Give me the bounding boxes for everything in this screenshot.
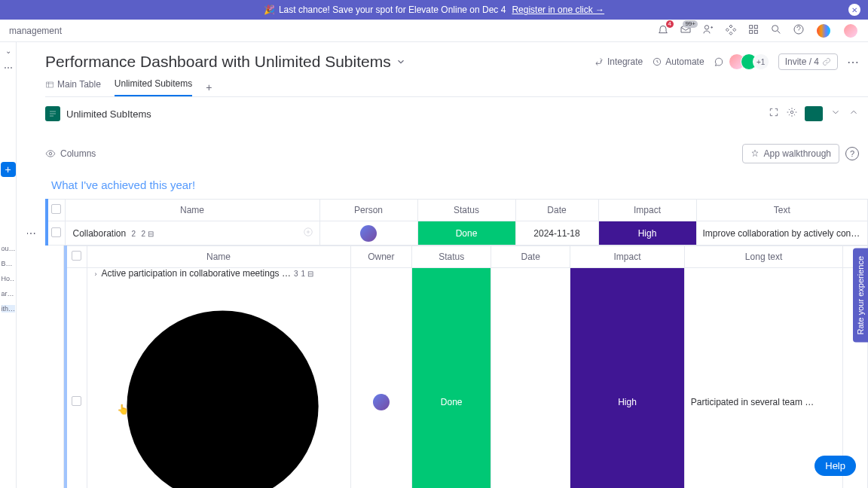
rail-item[interactable]: ar… <box>2 290 15 297</box>
tab-unlimited-subitems[interactable]: Unlimited Subitems <box>115 78 192 96</box>
impact-cell[interactable]: High <box>570 268 685 489</box>
left-rail: ⌄ ⋯ + ou… B… Ho… ar… ith… <box>0 42 17 488</box>
checkbox[interactable] <box>72 396 81 406</box>
owner-cell[interactable] <box>350 268 412 489</box>
table-row[interactable]: Collaboration 2 2 ⊟ Done 2024-11-18 High… <box>47 221 868 246</box>
item-name[interactable]: Collaboration <box>73 228 127 239</box>
svg-rect-4 <box>754 30 757 33</box>
automate-button[interactable]: Automate <box>652 56 704 67</box>
col-person[interactable]: Person <box>319 200 417 221</box>
col-name[interactable]: Name <box>65 200 319 221</box>
walkthrough-label: App walkthrough <box>764 148 831 159</box>
invite-button[interactable]: Invite / 4 <box>778 53 838 70</box>
inbox-icon[interactable]: 99+ <box>680 23 692 38</box>
fullscreen-icon[interactable] <box>769 107 779 120</box>
person-cell[interactable] <box>319 221 417 246</box>
inbox-badge: 99+ <box>683 20 698 28</box>
integrate-button[interactable]: Integrate <box>594 56 643 67</box>
tab-main-table[interactable]: Main Table <box>45 79 101 96</box>
chevron-right-icon[interactable]: › <box>95 270 97 278</box>
rail-item[interactable]: Ho… <box>2 275 15 282</box>
status-cell[interactable]: Done <box>417 221 515 246</box>
status-cell[interactable]: Done <box>412 268 491 489</box>
help-button[interactable]: Help <box>815 456 856 476</box>
subcol-name[interactable]: Name <box>87 246 350 268</box>
sub-tree: 1 ⊟ <box>301 270 313 278</box>
sub-header-row: Name Owner Status Date Impact Long text … <box>66 246 868 268</box>
rail-add-button[interactable]: + <box>1 162 16 177</box>
subcol-status[interactable]: Status <box>412 246 491 268</box>
rail-more-icon[interactable]: ⋯ <box>0 63 16 73</box>
settings-icon[interactable] <box>787 107 797 120</box>
col-date[interactable]: Date <box>515 200 598 221</box>
tab-add-button[interactable]: + <box>206 81 212 93</box>
banner-close-icon[interactable]: ✕ <box>848 4 860 16</box>
checkbox[interactable] <box>51 204 61 214</box>
svg-point-9 <box>49 152 52 155</box>
col-text[interactable]: Text <box>696 200 868 221</box>
col-impact[interactable]: Impact <box>598 200 696 221</box>
workspace-name: management <box>9 26 62 36</box>
invite-icon[interactable] <box>702 23 714 38</box>
widget-title-text: Unlimited SubItems <box>66 108 151 120</box>
checkbox[interactable] <box>51 227 61 237</box>
svg-rect-2 <box>754 26 757 29</box>
rail-item[interactable]: B… <box>2 260 15 267</box>
subcol-longtext[interactable]: Long text <box>684 246 842 268</box>
subcol-impact[interactable]: Impact <box>570 246 685 268</box>
subitem-row[interactable]: ›Active participation in collaborative m… <box>66 268 868 489</box>
help-icon[interactable] <box>793 23 805 38</box>
member-avatars[interactable]: +1 <box>733 53 769 70</box>
rail-item[interactable]: ou… <box>2 245 15 252</box>
conversation-icon[interactable] <box>303 227 313 239</box>
discussion-icon[interactable] <box>714 56 724 67</box>
banner-register-link[interactable]: Register in one click → <box>512 5 604 15</box>
collapse-icon[interactable] <box>848 107 859 120</box>
text-cell[interactable]: Improve collaboration by actively contri… <box>696 221 868 246</box>
notifications-icon[interactable]: 4 <box>657 23 669 38</box>
impact-cell[interactable]: High <box>598 221 696 246</box>
group-title[interactable]: What I've achieved this year! <box>51 178 868 191</box>
help-circle-icon[interactable]: ? <box>845 147 859 160</box>
svg-point-8 <box>790 111 793 114</box>
columns-label: Columns <box>60 148 96 159</box>
subitem-name[interactable]: Active participation in collaborative me… <box>102 268 291 279</box>
avatar-more: +1 <box>753 53 769 70</box>
topbar: management 4 99+ <box>0 20 868 42</box>
widget-view-select[interactable] <box>805 106 823 121</box>
board-title[interactable]: Performance Dashboard with Unlimited Sub… <box>45 53 406 71</box>
search-icon[interactable] <box>770 23 782 38</box>
user-avatar[interactable] <box>842 23 859 39</box>
date-cell[interactable] <box>491 268 570 489</box>
rail-item[interactable]: ith… <box>2 305 15 313</box>
svg-rect-3 <box>750 30 753 33</box>
tab-label: Unlimited Subitems <box>115 78 192 89</box>
board-more-icon[interactable]: ⋯ <box>847 55 859 69</box>
columns-button[interactable]: Columns <box>45 148 96 159</box>
sub-count: 3 <box>294 270 298 278</box>
subcol-date[interactable]: Date <box>491 246 570 268</box>
subitem-count: 2 <box>132 230 136 238</box>
link-icon <box>822 57 831 66</box>
banner-text: Last chance! Save your spot for Elevate … <box>279 5 506 15</box>
svg-point-0 <box>704 26 708 29</box>
banner-emoji: 🎉 <box>264 5 275 15</box>
walkthrough-button[interactable]: App walkthrough <box>742 144 839 163</box>
feedback-tab[interactable]: Rate your experience <box>853 249 868 343</box>
marketplace-icon[interactable] <box>747 23 760 38</box>
svg-point-5 <box>772 26 778 32</box>
subcol-owner[interactable]: Owner <box>350 246 412 268</box>
row-more-icon[interactable]: ⋯ <box>27 227 36 239</box>
integrate-label: Integrate <box>607 56 643 67</box>
chevron-down-icon[interactable] <box>830 107 841 120</box>
promo-banner: 🎉 Last chance! Save your spot for Elevat… <box>0 0 868 20</box>
longtext-cell[interactable]: Participated in several team … <box>684 268 842 489</box>
chevron-down-icon <box>396 56 406 67</box>
rail-chevron-icon[interactable]: ⌄ <box>0 47 16 55</box>
date-cell[interactable]: 2024-11-18 <box>515 221 598 246</box>
col-status[interactable]: Status <box>417 200 515 221</box>
apps-icon[interactable] <box>725 23 737 38</box>
product-logo[interactable] <box>815 23 832 39</box>
checkbox[interactable] <box>72 251 81 261</box>
widget-icon <box>45 106 60 121</box>
